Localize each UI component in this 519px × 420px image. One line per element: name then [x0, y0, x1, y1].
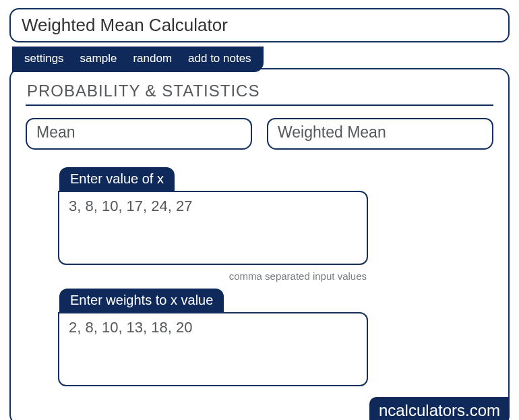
toolbar: settings sample random add to notes: [12, 47, 264, 72]
x-values-helper: comma separated input values: [58, 270, 367, 282]
x-values-label: Enter value of x: [59, 167, 175, 192]
x-values-field: Enter value of x comma separated input v…: [58, 167, 368, 282]
tab-sample[interactable]: sample: [80, 52, 117, 65]
tab-random[interactable]: random: [133, 52, 172, 65]
brand-badge: ncalculators.com: [369, 397, 510, 420]
section-heading: PROBABILITY & STATISTICS: [26, 79, 493, 106]
weights-input[interactable]: [58, 312, 368, 386]
weights-label: Enter weights to x value: [59, 289, 224, 313]
mode-tab-weighted-mean[interactable]: Weighted Mean: [267, 118, 493, 150]
mode-tab-mean[interactable]: Mean: [26, 118, 252, 150]
main-panel: PROBABILITY & STATISTICS Mean Weighted M…: [9, 68, 510, 420]
mode-tabs: Mean Weighted Mean: [26, 118, 493, 150]
page-title: Weighted Mean Calculator: [9, 8, 510, 42]
weights-field: Enter weights to x value: [58, 289, 368, 389]
tab-add-to-notes[interactable]: add to notes: [188, 52, 251, 65]
x-values-input[interactable]: [58, 191, 368, 265]
tab-settings[interactable]: settings: [24, 52, 64, 65]
